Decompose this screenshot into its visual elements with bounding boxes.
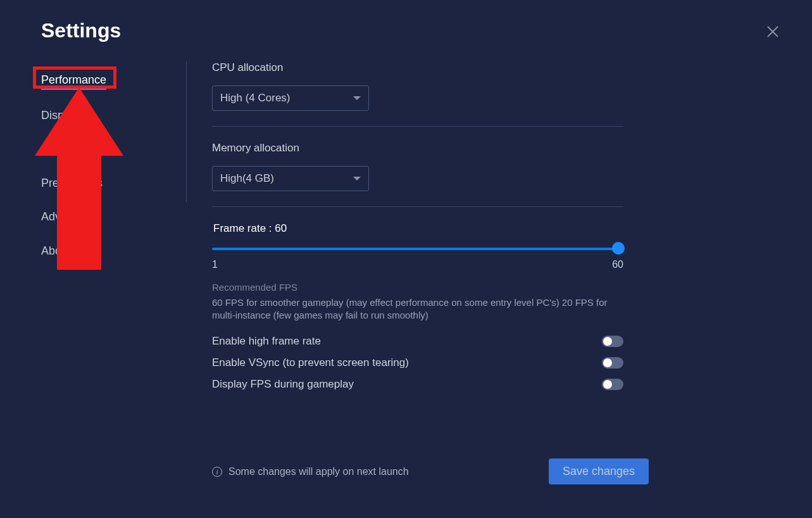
cpu-allocation-select[interactable]: High (4 Cores): [212, 85, 369, 111]
sidebar: Performance Display Graphics Preferences…: [41, 61, 187, 202]
slider-track: [212, 248, 623, 250]
frame-rate-slider[interactable]: [212, 243, 623, 255]
sidebar-item-display[interactable]: Display: [41, 103, 78, 129]
sidebar-item-preferences[interactable]: Preferences: [41, 171, 103, 196]
display-fps-label: Display FPS during gameplay: [212, 378, 354, 391]
save-changes-button[interactable]: Save changes: [549, 458, 649, 484]
info-icon: i: [212, 467, 222, 477]
memory-allocation-value: High(4 GB): [220, 172, 274, 185]
page-title: Settings: [41, 19, 774, 42]
cpu-allocation-value: High (4 Cores): [220, 92, 290, 104]
memory-allocation-select[interactable]: High(4 GB): [212, 166, 369, 191]
frame-rate-label: Frame rate : 60: [213, 222, 623, 235]
footer-note-text: Some changes will apply on next launch: [228, 466, 409, 477]
enable-high-frame-label: Enable high frame rate: [212, 335, 321, 348]
sidebar-item-graphics[interactable]: Graphics: [41, 137, 87, 162]
slider-max: 60: [612, 259, 623, 270]
chevron-down-icon: [353, 96, 361, 100]
slider-thumb[interactable]: [612, 242, 625, 255]
enable-vsync-toggle[interactable]: [602, 357, 623, 369]
display-fps-toggle[interactable]: [602, 379, 623, 390]
sidebar-item-advanced[interactable]: Advanced: [41, 205, 92, 230]
recommended-fps-title: Recommended FPS: [212, 282, 623, 293]
recommended-fps-body: 60 FPS for smoother gameplay (may effect…: [212, 296, 623, 322]
content-panel: CPU allocation High (4 Cores) Memory all…: [187, 61, 774, 486]
cpu-allocation-label: CPU allocation: [212, 61, 623, 74]
footer-note: i Some changes will apply on next launch: [212, 466, 409, 477]
slider-min: 1: [212, 259, 218, 270]
enable-vsync-label: Enable VSync (to prevent screen tearing): [212, 357, 409, 369]
chevron-down-icon: [353, 177, 361, 180]
close-icon: [765, 24, 780, 39]
enable-high-frame-toggle[interactable]: [602, 336, 623, 347]
close-button[interactable]: [765, 24, 780, 39]
memory-allocation-label: Memory allocation: [212, 142, 623, 155]
sidebar-item-about[interactable]: About: [41, 239, 71, 264]
sidebar-item-performance[interactable]: Performance: [41, 68, 106, 90]
